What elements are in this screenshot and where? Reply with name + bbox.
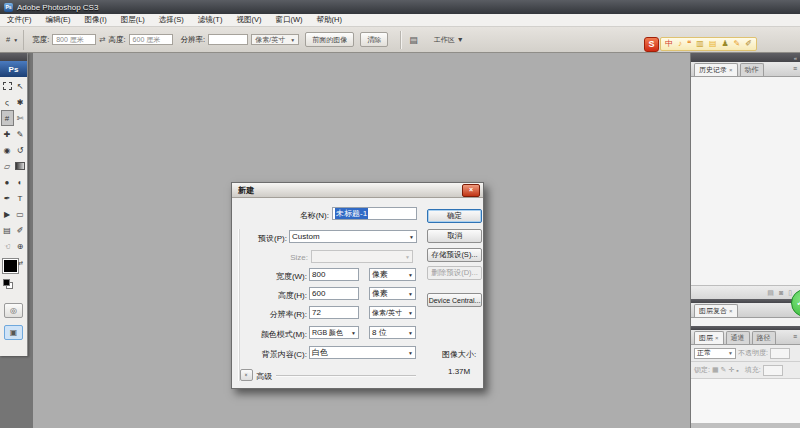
new-document-from-state-icon[interactable]: ▤ [767,289,774,297]
tool-zoom[interactable]: ⊕ [14,238,27,254]
collapse-dock-icon[interactable]: « [794,55,797,61]
menu-filter[interactable]: 滤镜(T) [191,15,230,25]
dodge-icon: ◐ [18,178,23,187]
tool-slice[interactable]: ✄ [14,110,27,126]
crop-width-input[interactable]: 800 厘米 [52,34,96,45]
close-icon[interactable]: × [729,308,733,314]
tool-notes[interactable]: ▤ [1,222,14,238]
preset-select[interactable]: Custom▼ [289,230,417,243]
background-contents-select[interactable]: 白色▼ [309,346,416,359]
cancel-button[interactable]: 取消 [427,229,482,243]
tool-lasso[interactable]: ς [1,94,14,110]
tab-history[interactable]: 历史记录× [694,63,738,76]
tool-preset-picker[interactable]: # ▼ [0,30,24,50]
close-icon[interactable]: × [729,67,733,73]
tool-hand[interactable]: ☜ [1,238,14,254]
new-snapshot-icon[interactable]: ◙ [779,289,783,296]
tool-magic-wand[interactable]: ✱ [14,94,27,110]
screen-mode-button[interactable]: ▣ [4,325,23,340]
ime-tool-icon[interactable]: ✐ [745,40,752,48]
lock-pixels-icon[interactable]: ✎ [721,366,727,374]
ok-button[interactable]: 确定 [427,209,482,223]
dialog-title-bar[interactable]: 新建 × [232,183,483,198]
resolution-input[interactable]: 72 [309,306,359,319]
ime-person-icon[interactable]: ♟ [721,40,728,48]
tab-channels[interactable]: 通道 [726,331,750,344]
tool-rectangular-marquee[interactable] [1,78,14,94]
menu-select[interactable]: 选择(S) [152,15,191,25]
name-input[interactable]: 未标题-1 [332,207,417,220]
clear-button[interactable]: 清除 [360,32,388,47]
height-input[interactable]: 600 [309,287,359,300]
tool-eyedropper[interactable]: ✐ [14,222,27,238]
crop-resolution-input[interactable] [208,34,248,45]
lock-position-icon[interactable]: ✛ [728,366,734,374]
blend-mode-select[interactable]: 正常▼ [694,348,736,359]
close-icon[interactable]: × [715,335,719,341]
tool-shape[interactable]: ▭ [14,206,27,222]
tool-brush[interactable]: ✎ [14,126,27,142]
workspace-button[interactable]: 工作区 ▼ [428,33,470,46]
width-input[interactable]: 800 [309,268,359,281]
tool-crop-selected[interactable]: # [1,110,14,126]
tool-move[interactable]: ↖ [14,78,27,94]
tab-layers[interactable]: 图层× [694,331,724,344]
ime-pencil-icon[interactable]: ✎ [734,40,741,48]
lock-transparency-icon[interactable]: ▦ [712,366,719,374]
panel-menu-icon[interactable]: ≡ [793,65,797,72]
tool-dodge[interactable]: ◐ [14,174,27,190]
chevron-down-icon: ▼ [406,330,413,336]
default-colors-icon[interactable] [3,279,12,288]
resolution-unit-select[interactable]: 像素/英寸▼ [369,306,416,319]
menu-layer[interactable]: 图层(L) [114,15,152,25]
menu-edit[interactable]: 编辑(E) [39,15,78,25]
ime-panel-icon[interactable]: ▤ [709,40,717,48]
toolbox-grip[interactable] [0,53,27,61]
tool-type[interactable]: T [14,190,27,206]
tab-actions[interactable]: 动作 [740,63,764,76]
swap-dimensions-icon[interactable]: ⇄ [99,35,105,44]
tool-path-selection[interactable]: ▶ [1,206,14,222]
crop-height-input[interactable]: 600 厘米 [129,34,173,45]
sogou-logo-icon[interactable]: S [644,37,659,52]
menu-window[interactable]: 窗口(W) [268,15,309,25]
tool-clone-stamp[interactable]: ◉ [1,142,14,158]
tab-layer-comps[interactable]: 图层复合× [694,304,738,317]
delete-state-icon[interactable]: ▯ [788,289,792,297]
image-size-label: 图像大小: [442,349,476,360]
ime-lang-icon[interactable]: 中 [665,40,673,48]
tool-spot-healing[interactable]: ✚ [1,126,14,142]
tool-blur[interactable]: ● [1,174,14,190]
menu-file[interactable]: 文件(F) [0,15,39,25]
height-unit-select[interactable]: 像素▼ [369,287,416,300]
menu-image[interactable]: 图像(I) [78,15,114,25]
tool-history-brush[interactable]: ↺ [14,142,27,158]
bit-depth-select[interactable]: 8 位▼ [369,326,416,339]
crop-height-label: 高度: [109,35,126,45]
menu-help[interactable]: 帮助(H) [310,15,349,25]
chevron-down-icon: ▼ [406,310,413,316]
close-icon[interactable]: × [462,184,480,197]
dock-header[interactable]: « [691,53,800,62]
advanced-expander[interactable]: » [240,369,253,381]
foreground-color-swatch[interactable] [3,259,18,273]
tool-eraser[interactable]: ▱ [1,158,14,174]
bridge-icon[interactable]: ▤ [409,35,418,45]
panel-menu-icon[interactable]: ≡ [793,333,797,340]
color-mode-select[interactable]: RGB 颜色▼ [309,326,359,339]
front-image-button[interactable]: 前面的图像 [305,32,354,47]
device-central-button[interactable]: Device Central... [427,293,482,307]
swap-colors-icon[interactable]: ⇄ [18,259,23,266]
ime-quote-icon[interactable]: ❝ [687,40,691,48]
tool-pen[interactable]: ✒ [1,190,14,206]
resolution-unit-select[interactable]: 像素/英寸▼ [251,34,299,45]
width-unit-select[interactable]: 像素▼ [369,268,416,281]
quick-mask-button[interactable]: ◎ [4,303,23,318]
tab-paths[interactable]: 路径 [752,331,776,344]
ime-keyboard-icon[interactable]: ▥ [696,40,704,48]
tool-gradient[interactable] [14,158,27,174]
save-preset-button[interactable]: 存储预设(S)... [427,248,482,262]
lock-all-icon[interactable]: ▪ [736,367,738,374]
menu-view[interactable]: 视图(V) [229,15,268,25]
ime-music-icon[interactable]: ♪ [678,40,682,48]
